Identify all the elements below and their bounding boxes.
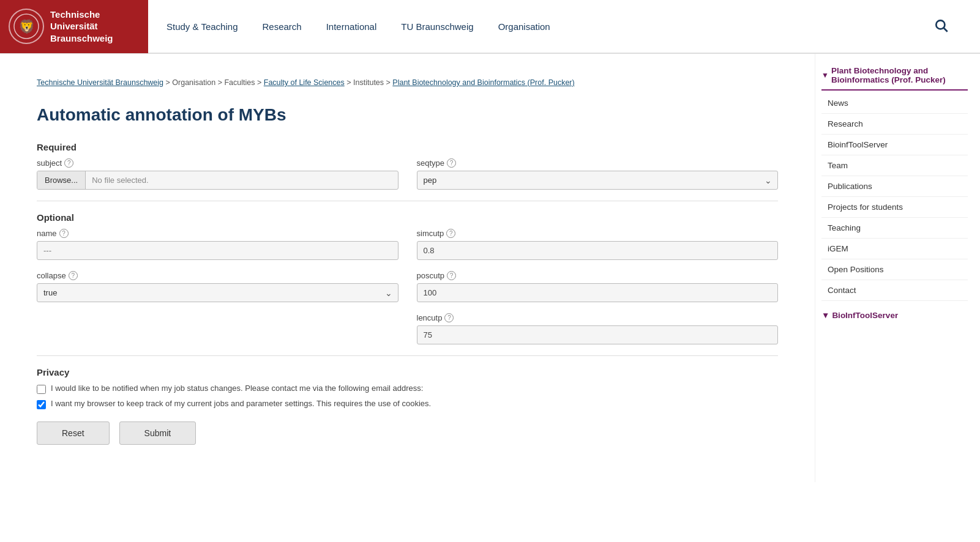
poscutp-input[interactable] [417,283,779,302]
simcutp-number-wrap [417,241,779,260]
svg-text:🦁: 🦁 [18,18,36,35]
main-nav: Study & Teaching Research International … [148,18,980,35]
form-buttons: Reset Submit [37,421,778,445]
subject-label: subject ? [37,158,398,168]
section-divider-1 [37,201,778,201]
seqtype-field-col: seqtype ? pep nuc ⌄ [417,158,779,190]
collapse-help-icon[interactable]: ? [69,271,78,280]
search-button[interactable] [933,18,962,35]
lencutp-number-wrap [417,325,779,344]
sidebar-item-research[interactable]: Research [821,114,968,135]
simcutp-field-col: simcutp ? [417,229,779,260]
lencutp-input[interactable] [417,325,779,344]
sidebar-item-open-positions[interactable]: Open Positions [821,259,968,280]
breadcrumb-faculties: Faculties [224,78,255,87]
sidebar-item-publications[interactable]: Publications [821,176,968,197]
breadcrumb-plant-bio[interactable]: Plant Biotechnology and Bioinformatics (… [392,78,574,87]
simcutp-help-icon[interactable]: ? [446,229,455,238]
optional-section-label: Optional [37,212,778,223]
poscutp-label: poscutp ? [417,271,779,280]
search-icon [933,18,949,34]
name-help-icon[interactable]: ? [59,229,69,238]
privacy-checkbox-row-2: I want my browser to keep track of my cu… [37,399,778,409]
collapse-select[interactable]: true false [37,283,398,302]
logo-block: 🦁 Technische Universität Braunschweig [0,0,148,53]
breadcrumb-organisation: Organisation [172,78,215,87]
sidebar-chevron-down-icon: ▼ [821,71,829,80]
section-divider-2 [37,355,778,356]
sidebar-item-projects[interactable]: Projects for students [821,197,968,218]
seqtype-select-wrap: pep nuc ⌄ [417,171,779,190]
breadcrumb-tu[interactable]: Technische Universität Braunschweig [37,78,163,87]
nav-study-teaching[interactable]: Study & Teaching [166,21,238,32]
name-field-col: name ? [37,229,398,260]
notify-checkbox[interactable] [37,385,46,394]
seqtype-label: seqtype ? [417,158,779,168]
browse-button[interactable]: Browse... [37,171,86,189]
nav-tu-braunschweig[interactable]: TU Braunschweig [401,21,473,32]
required-section-label: Required [37,142,778,152]
sidebar-item-news[interactable]: News [821,93,968,114]
page-title: Automatic annotation of MYBs [37,105,778,125]
cookies-checkbox-label: I want my browser to keep track of my cu… [51,399,431,408]
collapse-field-col: collapse ? true false ⌄ [37,271,398,302]
sidebar-divider [821,89,968,91]
poscutp-number-wrap [417,283,779,302]
sidebar-section-title-2[interactable]: ▼ BioInfToolServer [821,311,968,320]
seqtype-help-icon[interactable]: ? [447,158,456,168]
collapse-select-wrap: true false ⌄ [37,283,398,302]
svg-line-3 [944,28,948,31]
lencutp-help-icon[interactable]: ? [444,313,454,322]
collapse-label: collapse ? [37,271,398,280]
name-input[interactable] [37,241,398,260]
subject-help-icon[interactable]: ? [64,158,73,168]
submit-button[interactable]: Submit [119,421,196,445]
notify-checkbox-label: I would like to be notified when my job … [51,384,423,393]
lencutp-field-col: lencutp ? [417,313,779,344]
poscutp-field-col: poscutp ? [417,271,779,302]
subject-file-input: Browse... No file selected. [37,171,398,190]
breadcrumb-life-sciences[interactable]: Faculty of Life Sciences [264,78,345,87]
breadcrumb-institutes: Institutes [353,78,384,87]
subject-field-col: subject ? Browse... No file selected. [37,158,398,190]
sidebar-item-team[interactable]: Team [821,155,968,176]
name-label: name ? [37,229,398,238]
simcutp-input[interactable] [417,241,779,260]
optional-row-3: lencutp ? [37,313,778,344]
lencutp-label: lencutp ? [417,313,779,322]
cookies-checkbox[interactable] [37,400,46,409]
required-row: subject ? Browse... No file selected. se… [37,158,778,190]
privacy-section: Privacy I would like to be notified when… [37,367,778,409]
sidebar-section-title-1[interactable]: ▼ Plant Biotechnology and Bioinformatics… [821,66,968,84]
page-wrap: Technische Universität Braunschweig > Or… [0,54,980,482]
reset-button[interactable]: Reset [37,421,110,445]
sidebar-item-bioinftoolserver[interactable]: BioinfToolServer [821,135,968,155]
file-name-display: No file selected. [86,171,155,189]
main-content: Technische Universität Braunschweig > Or… [0,54,815,482]
nav-research[interactable]: Research [262,21,301,32]
seqtype-select[interactable]: pep nuc [417,171,779,190]
sidebar-chevron-down-icon-2: ▼ [821,311,829,320]
privacy-checkbox-row-1: I would like to be notified when my job … [37,384,778,394]
sidebar-item-igem[interactable]: iGEM [821,239,968,259]
privacy-label: Privacy [37,367,778,377]
breadcrumb: Technische Universität Braunschweig > Or… [37,78,778,87]
site-header: 🦁 Technische Universität Braunschweig St… [0,0,980,54]
svg-point-2 [936,20,944,29]
optional-row-2: collapse ? true false ⌄ poscutp ? [37,271,778,302]
optional-row-1: name ? simcutp ? [37,229,778,260]
sidebar-item-teaching[interactable]: Teaching [821,218,968,239]
sidebar-item-contact[interactable]: Contact [821,280,968,301]
empty-col [37,313,398,344]
poscutp-help-icon[interactable]: ? [447,271,456,280]
nav-international[interactable]: International [326,21,377,32]
annotation-form: Required subject ? Browse... No file sel… [37,142,778,445]
university-logo: 🦁 [9,9,44,44]
nav-organisation[interactable]: Organisation [498,21,550,32]
logo-text: Technische Universität Braunschweig [50,9,113,45]
simcutp-label: simcutp ? [417,229,779,238]
sidebar: ▼ Plant Biotechnology and Bioinformatics… [815,54,980,482]
